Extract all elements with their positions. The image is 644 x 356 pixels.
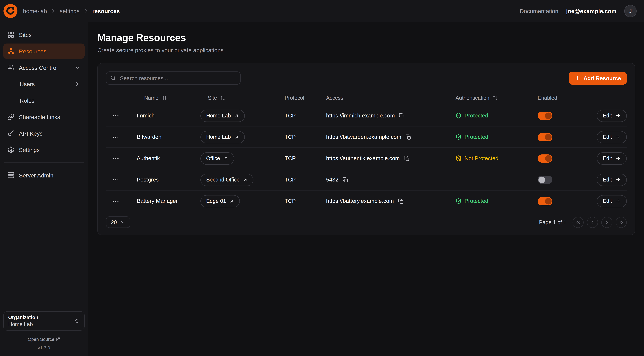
breadcrumb-item[interactable]: settings <box>60 8 80 14</box>
server-icon <box>8 172 14 179</box>
ellipsis-icon <box>112 133 120 141</box>
edit-label: Edit <box>603 198 612 204</box>
edit-button[interactable]: Edit <box>596 195 627 207</box>
site-link[interactable]: Home Lab <box>200 131 245 143</box>
resource-name: Authentik <box>137 155 200 161</box>
sidebar-item-label: Shareable Links <box>19 114 60 120</box>
site-link[interactable]: Edge 01 <box>200 195 240 207</box>
sidebar-item-label: Users <box>20 81 35 87</box>
row-actions-button[interactable] <box>106 155 120 162</box>
copy-button[interactable] <box>398 198 404 204</box>
copy-button[interactable] <box>399 113 405 118</box>
sort-icon[interactable] <box>492 95 498 100</box>
copy-button[interactable] <box>404 156 410 161</box>
sidebar-item-roles[interactable]: Roles <box>3 93 84 108</box>
enabled-toggle[interactable] <box>538 112 552 120</box>
copy-icon <box>342 177 348 182</box>
sidebar-item-server-admin[interactable]: Server Admin <box>3 168 84 183</box>
sidebar-item-shareable-links[interactable]: Shareable Links <box>3 109 84 124</box>
external-link-icon <box>234 113 239 118</box>
chevron-left-icon <box>590 220 595 225</box>
site-link[interactable]: Second Office <box>200 174 254 186</box>
site-link[interactable]: Office <box>200 152 234 164</box>
copy-button[interactable] <box>406 134 411 140</box>
last-page-button[interactable] <box>616 217 627 228</box>
user-email: joe@example.com <box>566 8 616 14</box>
documentation-link[interactable]: Documentation <box>520 8 558 14</box>
sidebar-item-resources[interactable]: Resources <box>3 44 84 59</box>
external-link-icon <box>234 134 239 140</box>
page-subtitle: Create secure proxies to your private ap… <box>97 47 636 54</box>
chevrons-up-down-icon <box>74 318 80 324</box>
resource-protocol: TCP <box>284 134 326 140</box>
enabled-toggle[interactable] <box>538 154 552 162</box>
first-page-button[interactable] <box>572 217 584 228</box>
next-page-button[interactable] <box>601 217 612 228</box>
edit-button[interactable]: Edit <box>596 131 627 143</box>
copy-icon <box>404 156 410 161</box>
edit-label: Edit <box>603 134 612 140</box>
app-logo[interactable] <box>3 4 18 18</box>
edit-button[interactable]: Edit <box>596 174 627 186</box>
table-row: Bitwarden Home Lab TCP https://bitwarden… <box>106 126 627 148</box>
arrow-right-icon <box>615 177 621 182</box>
resource-name: Bitwarden <box>137 134 200 140</box>
site-link[interactable]: Home Lab <box>200 110 245 122</box>
prev-page-button[interactable] <box>587 217 598 228</box>
organization-label: Organization <box>8 314 70 320</box>
row-actions-button[interactable] <box>106 112 120 119</box>
sidebar-item-users[interactable]: Users <box>3 76 84 92</box>
row-actions-button[interactable] <box>106 133 120 141</box>
resource-protocol: TCP <box>284 155 326 161</box>
sort-icon[interactable] <box>220 95 226 100</box>
copy-icon <box>398 198 404 204</box>
enabled-toggle[interactable] <box>538 197 552 205</box>
ellipsis-icon <box>112 155 120 162</box>
header-authentication: Authentication <box>456 95 538 101</box>
resource-protocol: TCP <box>284 176 326 183</box>
site-name: Home Lab <box>206 112 231 119</box>
copy-button[interactable] <box>342 177 348 182</box>
resource-access: https://battery.example.com <box>326 198 394 204</box>
sidebar-item-label: Settings <box>19 146 40 153</box>
sidebar-item-api-keys[interactable]: API Keys <box>3 126 84 141</box>
breadcrumb-item[interactable]: home-lab <box>23 8 47 14</box>
search-wrap <box>106 72 240 84</box>
waypoints-icon <box>8 48 14 55</box>
sidebar-item-sites[interactable]: Sites <box>3 27 84 42</box>
open-source-link[interactable]: Open Source <box>3 337 84 342</box>
table-row: Authentik Office TCP https://authentik.e… <box>106 148 627 169</box>
sort-icon[interactable] <box>162 95 167 100</box>
enabled-toggle[interactable] <box>538 133 552 141</box>
avatar[interactable]: J <box>624 5 636 17</box>
auth-cell: Protected <box>456 134 538 140</box>
organization-selector[interactable]: Organization Home Lab <box>3 311 84 331</box>
resource-protocol: TCP <box>284 198 326 204</box>
search-input[interactable] <box>106 72 240 84</box>
table-header: Name Site Protocol Access Authentication <box>106 91 627 105</box>
sidebar-item-label: Sites <box>19 32 32 38</box>
table-row: Battery Manager Edge 01 TCP https://batt… <box>106 190 627 212</box>
page-info: Page 1 of 1 <box>539 219 566 225</box>
row-actions-button[interactable] <box>106 176 120 183</box>
sidebar-item-access-control[interactable]: Access Control <box>3 60 84 75</box>
edit-label: Edit <box>603 155 612 161</box>
page-size-select[interactable]: 20 <box>106 216 130 228</box>
enabled-toggle[interactable] <box>538 176 552 184</box>
page-size-value: 20 <box>111 219 117 225</box>
edit-button[interactable]: Edit <box>596 152 627 164</box>
edit-button[interactable]: Edit <box>596 110 627 122</box>
grid-icon <box>8 31 14 38</box>
external-link-icon <box>223 156 228 161</box>
row-actions-button[interactable] <box>106 197 120 205</box>
ellipsis-icon <box>112 197 120 205</box>
external-link-icon <box>56 337 60 341</box>
resource-access: 5432 <box>326 176 338 183</box>
version-label: v1.3.0 <box>3 346 84 350</box>
breadcrumb-item-current[interactable]: resources <box>92 8 120 14</box>
sidebar-item-settings[interactable]: Settings <box>3 142 84 157</box>
search-icon <box>110 75 116 81</box>
plus-icon <box>575 75 580 81</box>
chevron-right-icon <box>604 220 610 225</box>
add-resource-button[interactable]: Add Resource <box>569 72 627 84</box>
